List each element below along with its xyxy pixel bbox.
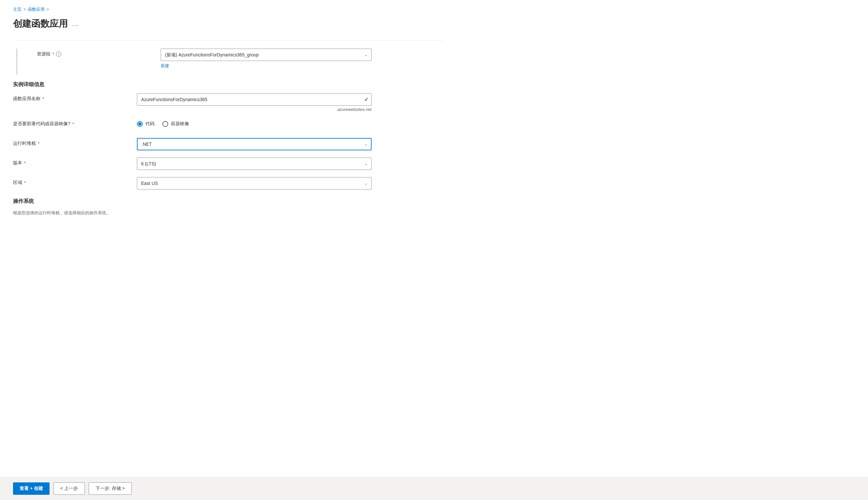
required-star-deploy: * bbox=[72, 121, 74, 127]
function-app-name-input-wrapper: ✓ bbox=[137, 93, 372, 106]
resource-group-dropdown-wrapper: (新项) AzureFunctionsForDynamics365_group … bbox=[161, 49, 372, 61]
version-dropdown-wrapper: 6 (LTS)8 (LTS)4 ⌄ bbox=[137, 158, 372, 170]
required-star-version: * bbox=[24, 160, 26, 166]
radio-container[interactable]: 容器映像 bbox=[162, 121, 189, 127]
required-star: * bbox=[52, 52, 54, 57]
deploy-type-row: 是否要部署代码或容器映像? * 代码 容器映像 bbox=[13, 118, 372, 132]
runtime-stack-row: 运行时堆栈 * .NETNode.jsPythonJavaPowerShell … bbox=[13, 138, 372, 151]
radio-container-input[interactable] bbox=[162, 121, 168, 127]
review-create-button[interactable]: 查看 + 创建 bbox=[13, 482, 49, 495]
resource-group-label: 资源组 * i bbox=[37, 49, 161, 57]
version-label: 版本 * bbox=[13, 158, 137, 166]
function-app-name-field: ✓ .azurewebsites.net bbox=[137, 93, 372, 112]
breadcrumb-functions[interactable]: 函数应用 bbox=[28, 7, 45, 12]
previous-button[interactable]: < 上一步 bbox=[54, 482, 85, 495]
version-field: 6 (LTS)8 (LTS)4 ⌄ bbox=[137, 158, 372, 170]
more-options-button[interactable]: ... bbox=[72, 20, 79, 28]
function-app-name-label: 函数应用名称 * bbox=[13, 93, 137, 102]
os-section-title: 操作系统 bbox=[13, 198, 372, 205]
instance-section-title: 实例详细信息 bbox=[13, 81, 372, 88]
deploy-type-label: 是否要部署代码或容器映像? * bbox=[13, 118, 137, 127]
radio-code-label: 代码 bbox=[145, 121, 154, 127]
region-field: East USEast US 2West USWest US 2West Eur… bbox=[137, 177, 372, 190]
runtime-stack-field: .NETNode.jsPythonJavaPowerShell CoreCust… bbox=[137, 138, 372, 150]
valid-check-icon: ✓ bbox=[364, 96, 368, 103]
page-title: 创建函数应用 bbox=[13, 18, 68, 30]
indent-line bbox=[16, 49, 17, 75]
instance-section: 实例详细信息 函数应用名称 * ✓ .azurewebsites.net bbox=[13, 81, 372, 190]
new-resource-group-link[interactable]: 新建 bbox=[161, 63, 169, 69]
resource-group-field: (新项) AzureFunctionsForDynamics365_group … bbox=[161, 49, 372, 69]
page-header: 创建函数应用 ... bbox=[13, 18, 443, 30]
runtime-stack-dropdown-wrapper: .NETNode.jsPythonJavaPowerShell CoreCust… bbox=[137, 138, 372, 150]
resource-group-dropdown[interactable]: (新项) AzureFunctionsForDynamics365_group bbox=[161, 49, 372, 61]
region-label: 区域 * bbox=[13, 177, 137, 185]
resource-group-row: 资源组 * i (新项) AzureFunctionsForDynamics36… bbox=[13, 49, 372, 75]
region-row: 区域 * East USEast US 2West USWest US 2Wes… bbox=[13, 177, 372, 190]
info-icon[interactable]: i bbox=[56, 52, 61, 57]
function-app-name-row: 函数应用名称 * ✓ .azurewebsites.net bbox=[13, 93, 372, 112]
version-dropdown[interactable]: 6 (LTS)8 (LTS)4 bbox=[137, 158, 372, 170]
deploy-type-field: 代码 容器映像 bbox=[137, 118, 372, 127]
version-row: 版本 * 6 (LTS)8 (LTS)4 ⌄ bbox=[13, 158, 372, 171]
deploy-type-radio-group: 代码 容器映像 bbox=[137, 118, 372, 127]
radio-container-label: 容器映像 bbox=[171, 121, 189, 127]
radio-code-input[interactable] bbox=[137, 121, 143, 127]
breadcrumb-home[interactable]: 主页 bbox=[13, 7, 22, 12]
domain-suffix: .azurewebsites.net bbox=[137, 107, 372, 112]
next-button[interactable]: 下一步: 存储 > bbox=[89, 482, 132, 495]
bottom-bar: 查看 + 创建 < 上一步 下一步: 存储 > bbox=[0, 477, 868, 500]
runtime-stack-label: 运行时堆栈 * bbox=[13, 138, 137, 146]
os-section-description: 根据您选择的运行时堆栈，请选择相应的操作系统。 bbox=[13, 210, 372, 216]
resource-group-content: 资源组 * i (新项) AzureFunctionsForDynamics36… bbox=[37, 49, 372, 69]
breadcrumb-sep2: > bbox=[47, 7, 49, 12]
os-section: 操作系统 根据您选择的运行时堆栈，请选择相应的操作系统。 bbox=[13, 198, 372, 216]
function-app-name-input[interactable] bbox=[137, 93, 372, 106]
form-container: 资源组 * i (新项) AzureFunctionsForDynamics36… bbox=[13, 49, 372, 216]
required-star-region: * bbox=[24, 180, 26, 185]
breadcrumb-sep1: > bbox=[23, 7, 26, 12]
region-dropdown-wrapper: East USEast US 2West USWest US 2West Eur… bbox=[137, 177, 372, 190]
region-dropdown[interactable]: East USEast US 2West USWest US 2West Eur… bbox=[137, 177, 372, 190]
required-star-runtime: * bbox=[38, 141, 39, 146]
radio-code[interactable]: 代码 bbox=[137, 121, 154, 127]
breadcrumb: 主页 > 函数应用 > bbox=[13, 7, 443, 12]
required-star-name: * bbox=[43, 96, 44, 101]
runtime-stack-dropdown[interactable]: .NETNode.jsPythonJavaPowerShell CoreCust… bbox=[137, 138, 372, 150]
